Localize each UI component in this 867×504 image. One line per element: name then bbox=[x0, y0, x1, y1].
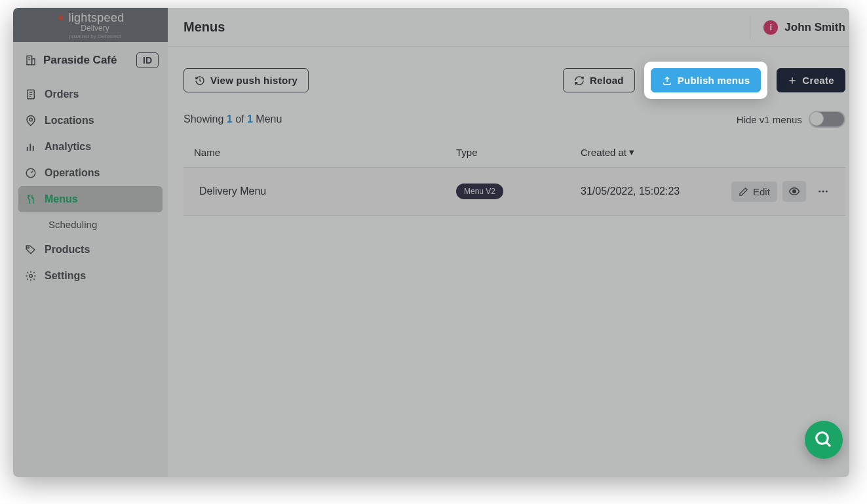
view-push-history-button[interactable]: View push history bbox=[183, 68, 309, 92]
cell-name: Delivery Menu bbox=[194, 185, 456, 197]
hide-v1-toggle[interactable] bbox=[809, 111, 845, 128]
view-button[interactable] bbox=[782, 181, 806, 202]
row-actions: Edit bbox=[731, 181, 835, 202]
main-content: Menus i John Smith View push history Rel… bbox=[168, 8, 849, 477]
sidebar-item-label: Locations bbox=[45, 115, 94, 126]
sidebar-item-menus[interactable]: Menus bbox=[18, 186, 163, 212]
th-type[interactable]: Type bbox=[456, 147, 581, 158]
sidebar-item-operations[interactable]: Operations bbox=[18, 160, 163, 186]
pencil-icon bbox=[739, 187, 748, 197]
sort-desc-icon: ▾ bbox=[629, 146, 634, 158]
sidebar-item-label: Settings bbox=[45, 270, 86, 282]
svg-line-13 bbox=[31, 171, 33, 173]
history-icon bbox=[195, 75, 205, 86]
plus-icon bbox=[788, 76, 797, 85]
sidebar-sub-scheduling[interactable]: Scheduling bbox=[18, 212, 163, 237]
avatar: i bbox=[763, 20, 778, 35]
help-fab[interactable] bbox=[805, 421, 843, 459]
hide-v1-row: Hide v1 menus bbox=[737, 111, 845, 128]
svg-point-22 bbox=[817, 433, 828, 444]
publish-highlight: Publish menus bbox=[644, 62, 768, 99]
hide-v1-label: Hide v1 menus bbox=[737, 114, 802, 125]
current-count: 1 bbox=[227, 113, 233, 125]
search-help-icon bbox=[814, 430, 834, 450]
org-row: Paraside Café ID bbox=[13, 42, 168, 76]
eye-icon bbox=[788, 185, 800, 197]
th-label: Created at bbox=[581, 147, 626, 158]
svg-point-15 bbox=[29, 275, 33, 278]
brand-header: lightspeed Delivery powered by Deliverec… bbox=[13, 8, 168, 42]
total-count: 1 bbox=[247, 113, 253, 125]
sidebar-nav: Orders Locations Analytics Operations Me… bbox=[13, 76, 168, 294]
button-label: Create bbox=[802, 75, 834, 86]
table-header: Name Type Created at ▾ bbox=[183, 137, 845, 168]
page-title: Menus bbox=[183, 20, 225, 35]
gauge-icon bbox=[25, 167, 37, 179]
cell-created: 31/05/2022, 15:02:23 bbox=[581, 185, 731, 197]
svg-point-8 bbox=[29, 118, 33, 121]
org-name: Paraside Café bbox=[43, 54, 117, 67]
dots-icon bbox=[817, 185, 829, 197]
button-label: View push history bbox=[210, 75, 298, 86]
brand-powered: powered by Deliverect bbox=[69, 33, 121, 39]
building-icon bbox=[25, 54, 37, 66]
edit-button[interactable]: Edit bbox=[731, 182, 777, 202]
app-window: lightspeed Delivery powered by Deliverec… bbox=[13, 8, 849, 477]
text: Showing bbox=[183, 113, 227, 125]
brand-name: lightspeed bbox=[68, 11, 124, 25]
button-label: Publish menus bbox=[678, 75, 750, 86]
topbar: Menus i John Smith bbox=[168, 8, 849, 47]
th-created[interactable]: Created at ▾ bbox=[581, 146, 731, 158]
sidebar-item-label: Analytics bbox=[45, 141, 91, 153]
sidebar-item-analytics[interactable]: Analytics bbox=[18, 134, 163, 160]
flame-icon bbox=[56, 12, 66, 24]
user-name: John Smith bbox=[784, 21, 845, 34]
subbar: Showing 1 of 1 Menu Hide v1 menus bbox=[168, 103, 849, 133]
svg-point-21 bbox=[826, 191, 828, 193]
svg-point-14 bbox=[28, 247, 29, 248]
toggle-knob bbox=[809, 111, 824, 126]
th-name[interactable]: Name bbox=[194, 147, 456, 158]
table-row[interactable]: Delivery Menu Menu V2 31/05/2022, 15:02:… bbox=[183, 168, 845, 216]
brand-sub: Delivery bbox=[81, 24, 109, 33]
bars-icon bbox=[25, 141, 37, 153]
sidebar-item-label: Orders bbox=[45, 88, 79, 100]
sidebar-item-label: Operations bbox=[45, 167, 100, 179]
text: Menu bbox=[253, 113, 282, 125]
sidebar: lightspeed Delivery powered by Deliverec… bbox=[13, 8, 168, 477]
user-menu[interactable]: i John Smith bbox=[750, 16, 845, 39]
sidebar-item-locations[interactable]: Locations bbox=[18, 107, 163, 134]
create-button[interactable]: Create bbox=[777, 68, 845, 92]
menus-table: Name Type Created at ▾ Delivery Menu Men… bbox=[183, 137, 845, 216]
sidebar-item-label: Products bbox=[45, 244, 90, 256]
svg-point-19 bbox=[819, 191, 820, 193]
cell-type: Menu V2 bbox=[456, 184, 581, 199]
more-button[interactable] bbox=[811, 181, 835, 202]
publish-menus-button[interactable]: Publish menus bbox=[651, 68, 761, 92]
id-badge[interactable]: ID bbox=[136, 52, 159, 68]
utensils-icon bbox=[25, 193, 37, 205]
tag-icon bbox=[25, 244, 37, 256]
edit-label: Edit bbox=[753, 186, 770, 197]
type-pill: Menu V2 bbox=[456, 184, 503, 199]
clipboard-icon bbox=[25, 88, 37, 100]
sidebar-item-label: Menus bbox=[45, 193, 78, 205]
upload-icon bbox=[662, 75, 672, 86]
svg-line-23 bbox=[826, 442, 830, 446]
toolbar: View push history Reload Publish menus C… bbox=[168, 47, 849, 103]
gear-icon bbox=[25, 270, 37, 282]
svg-point-18 bbox=[793, 190, 796, 193]
svg-rect-1 bbox=[32, 59, 35, 65]
button-label: Reload bbox=[590, 75, 624, 86]
sidebar-item-products[interactable]: Products bbox=[18, 237, 163, 263]
showing-count: Showing 1 of 1 Menu bbox=[183, 113, 282, 125]
sidebar-item-settings[interactable]: Settings bbox=[18, 263, 163, 289]
text: of bbox=[233, 113, 247, 125]
refresh-icon bbox=[574, 75, 585, 86]
sidebar-item-orders[interactable]: Orders bbox=[18, 81, 163, 107]
reload-button[interactable]: Reload bbox=[563, 68, 635, 92]
svg-point-20 bbox=[822, 191, 824, 193]
pin-icon bbox=[25, 115, 37, 126]
